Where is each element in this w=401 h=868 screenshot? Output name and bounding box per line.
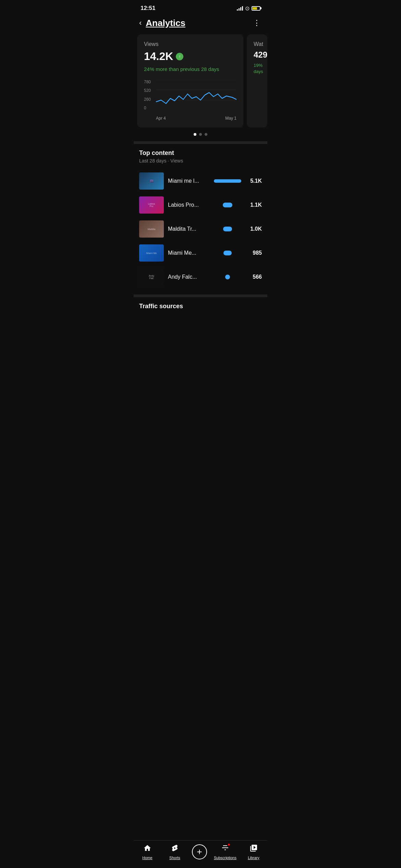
bar-container-4: [214, 251, 241, 255]
views-subtitle: 24% more than previous 28 days: [144, 65, 236, 73]
list-item[interactable]: 🌆 Miami me l... 5.1K: [139, 169, 262, 193]
bar-container-1: [214, 179, 241, 183]
content-title-2: Labios Pro...: [168, 202, 210, 208]
status-time: 12:51: [141, 5, 155, 12]
dot-1[interactable]: [194, 133, 196, 136]
bar-container-2: [214, 203, 241, 207]
thumbnail-2: LabiosPro: [139, 196, 164, 214]
traffic-sources-title: Traffic sources: [139, 303, 262, 310]
back-button[interactable]: ‹: [139, 19, 142, 27]
trend-up-icon: ↑: [176, 53, 183, 60]
header: ‹ Analytics ⋮: [134, 14, 267, 34]
top-content-section: Top content Last 28 days · Views 🌆 Miami…: [134, 144, 267, 294]
bar-2: [223, 203, 232, 207]
watch-subtitle: 19%days: [254, 62, 260, 75]
views-card-label: Views: [144, 41, 236, 47]
thumbnail-3: Maldita: [139, 220, 164, 238]
thumbnail-5: AndyFalc: [139, 268, 164, 286]
bar-container-5: [214, 275, 241, 279]
watch-card-label: Wat: [254, 41, 260, 47]
list-item[interactable]: Maldita Maldita Tr... 1.0K: [139, 217, 262, 241]
more-options-button[interactable]: ⋮: [252, 17, 262, 29]
divider-2: [134, 294, 267, 297]
top-content-subtitle: Last 28 days · Views: [139, 158, 262, 164]
content-title-4: Miami Me...: [168, 250, 210, 256]
status-bar: 12:51 ⊙: [134, 0, 267, 14]
thumbnail-1: 🌆: [139, 172, 164, 190]
battery-icon: [252, 6, 260, 11]
list-item[interactable]: LabiosPro Labios Pro... 1.1K: [139, 193, 262, 217]
content-title-1: Miami me l...: [168, 178, 210, 184]
count-4: 985: [245, 250, 262, 256]
chart-x-labels: Apr 4 May 1: [156, 116, 236, 121]
content-title-3: Maldita Tr...: [168, 226, 210, 232]
watch-value: 429: [254, 50, 260, 60]
status-icons: ⊙: [237, 5, 260, 12]
page-title: Analytics: [146, 18, 185, 28]
signal-icon: [237, 6, 243, 11]
bar-3: [223, 227, 232, 231]
dot-2[interactable]: [199, 133, 202, 136]
analytics-cards: Views 14.2K ↑ 24% more than previous 28 …: [134, 34, 267, 128]
wifi-icon: ⊙: [245, 5, 250, 12]
top-content-title: Top content: [139, 149, 262, 157]
count-1: 5.1K: [245, 178, 262, 184]
content-title-5: Andy Falc...: [168, 274, 210, 280]
views-card: Views 14.2K ↑ 24% more than previous 28 …: [137, 34, 243, 128]
thumbnail-4: Miami Me: [139, 244, 164, 262]
divider-1: [134, 141, 267, 144]
chart-svg: [156, 80, 236, 110]
watch-card: Wat 429 19%days: [247, 34, 267, 128]
list-item[interactable]: Miami Me Miami Me... 985: [139, 241, 262, 265]
bar-4: [223, 251, 232, 255]
count-2: 1.1K: [245, 202, 262, 208]
count-3: 1.0K: [245, 226, 262, 232]
carousel-dots: [134, 128, 267, 141]
views-chart: 780 520 260 0: [144, 80, 236, 121]
list-item[interactable]: AndyFalc Andy Falc... 566: [139, 265, 262, 289]
count-5: 566: [245, 274, 262, 280]
bar-1: [214, 179, 241, 183]
traffic-sources-section: Traffic sources: [134, 297, 267, 317]
views-value: 14.2K ↑: [144, 50, 236, 63]
dot-indicator-5: [225, 275, 230, 279]
dot-3[interactable]: [205, 133, 207, 136]
bar-container-3: [214, 227, 241, 231]
chart-y-labels: 780 520 260 0: [144, 80, 151, 110]
